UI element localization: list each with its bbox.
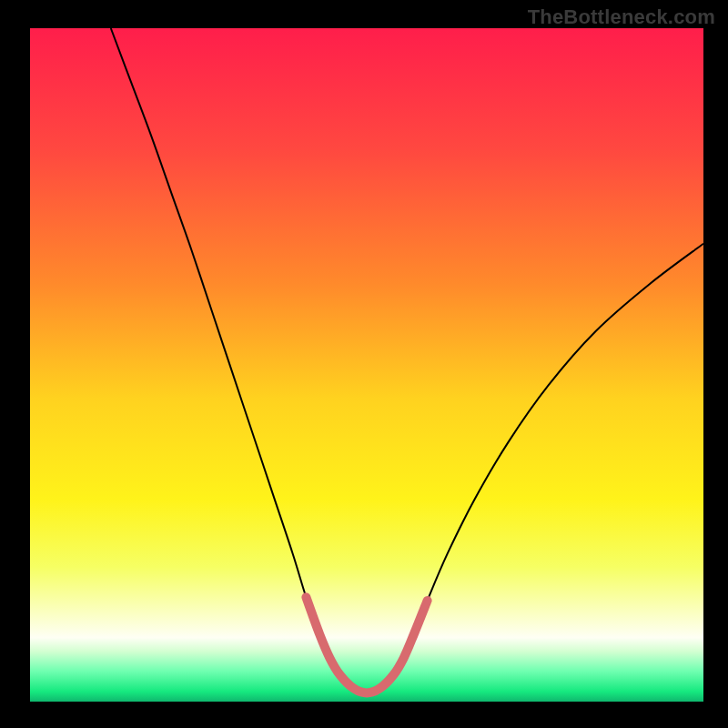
chart-svg <box>0 0 728 728</box>
chart-stage: TheBottleneck.com <box>0 0 728 728</box>
watermark-text: TheBottleneck.com <box>528 5 715 29</box>
plot-background <box>30 28 703 702</box>
